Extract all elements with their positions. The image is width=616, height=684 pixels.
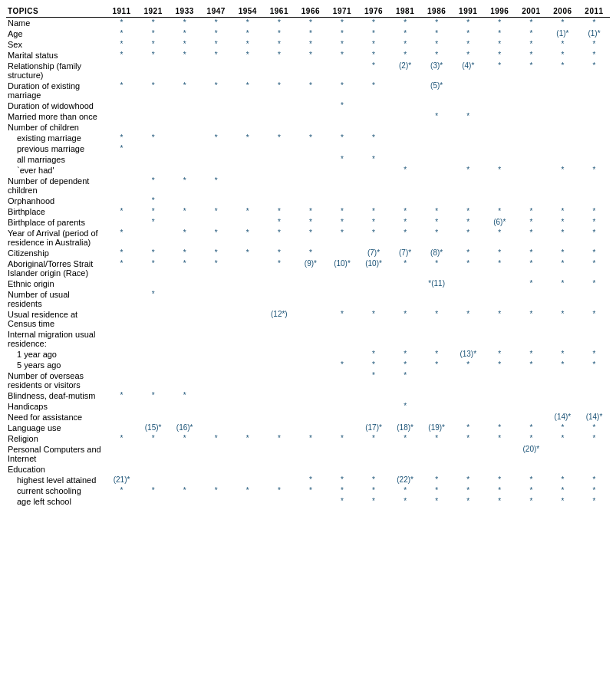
cell-2011: * xyxy=(578,61,610,81)
cell-value: * xyxy=(278,207,281,215)
cell-1976 xyxy=(358,412,390,423)
cell-2001: * xyxy=(516,475,547,485)
cell-1981: * xyxy=(390,370,421,390)
cell-value: * xyxy=(278,259,281,268)
cell-1966: * xyxy=(295,228,326,248)
table-row: Relationship (family structure)*(2)*(3)*… xyxy=(6,61,610,81)
topic-label: `ever had' xyxy=(6,165,106,176)
cell-1981 xyxy=(390,81,421,100)
cell-1911: * xyxy=(106,258,137,278)
cell-value: * xyxy=(183,259,186,268)
cell-1911: * xyxy=(106,206,137,217)
cell-1996 xyxy=(484,196,516,206)
cell-1986 xyxy=(421,390,453,401)
table-row: Married more than once** xyxy=(6,111,610,122)
cell-1996 xyxy=(484,464,516,475)
cell-1933 xyxy=(169,475,200,485)
cell-1981 xyxy=(390,133,421,143)
cell-2001 xyxy=(516,401,547,412)
cell-value: * xyxy=(593,229,596,237)
cell-value: * xyxy=(404,40,407,48)
cell-1976: * xyxy=(358,18,390,29)
topic-label: Number of dependent children xyxy=(6,176,106,196)
topic-label: 5 years ago xyxy=(6,360,106,370)
cell-value: (17)* xyxy=(365,423,382,432)
cell-value: * xyxy=(372,81,375,90)
cell-value: * xyxy=(404,229,407,237)
cell-1991 xyxy=(453,464,484,475)
cell-1976: (10)* xyxy=(358,258,390,278)
cell-2011: * xyxy=(578,248,610,258)
cell-value: (20)* xyxy=(523,445,540,453)
cell-1996 xyxy=(484,100,516,111)
cell-1971 xyxy=(326,349,357,360)
cell-1996: * xyxy=(484,485,516,496)
cell-1981: * xyxy=(390,349,421,360)
year-header-1947: 1947 xyxy=(200,6,232,18)
cell-value: * xyxy=(593,218,596,226)
main-container: TOPICS 1911 1921 1933 1947 1954 1961 196… xyxy=(6,6,610,507)
cell-1966: * xyxy=(295,28,326,39)
cell-value: * xyxy=(341,229,344,237)
cell-value: * xyxy=(152,51,155,59)
cell-value: * xyxy=(404,310,407,318)
cell-value: * xyxy=(498,248,501,257)
cell-1986 xyxy=(421,143,453,154)
cell-1933 xyxy=(169,349,200,360)
cell-1971 xyxy=(326,143,357,154)
cell-1971 xyxy=(326,401,357,412)
cell-1996 xyxy=(484,143,516,154)
cell-1961: * xyxy=(263,433,295,444)
cell-value: * xyxy=(498,259,501,268)
cell-2001: * xyxy=(516,28,547,39)
cell-value: * xyxy=(498,486,501,495)
cell-value: * xyxy=(341,18,344,27)
cell-1996: * xyxy=(484,349,516,360)
cell-2006 xyxy=(547,122,578,133)
cell-1954: * xyxy=(232,81,263,100)
cell-value: * xyxy=(435,207,438,215)
table-row: Marital status**************** xyxy=(6,50,610,61)
cell-value: * xyxy=(561,486,564,495)
cell-value: * xyxy=(246,18,249,27)
cell-value: (9)* xyxy=(305,259,317,268)
cell-1996 xyxy=(484,122,516,133)
cell-1954 xyxy=(232,370,263,390)
cell-1976 xyxy=(358,390,390,401)
cell-value: * xyxy=(435,475,438,484)
cell-value: * xyxy=(561,434,564,442)
year-header-2006: 2006 xyxy=(547,6,578,18)
cell-1921: (15)* xyxy=(137,423,169,433)
cell-1947 xyxy=(200,61,232,81)
cell-value: * xyxy=(529,279,532,288)
cell-1981: * xyxy=(390,206,421,217)
cell-1961 xyxy=(263,496,295,507)
cell-1947: * xyxy=(200,81,232,100)
cell-value: * xyxy=(404,207,407,215)
cell-value: * xyxy=(466,423,469,432)
cell-2011 xyxy=(578,111,610,122)
cell-2001: * xyxy=(516,485,547,496)
cell-1986: * xyxy=(421,475,453,485)
cell-2011: * xyxy=(578,423,610,433)
cell-1947 xyxy=(200,423,232,433)
cell-value: * xyxy=(435,486,438,495)
cell-1991 xyxy=(453,401,484,412)
cell-1976: * xyxy=(358,61,390,81)
cell-2011 xyxy=(578,464,610,475)
cell-2001 xyxy=(516,143,547,154)
cell-1981: * xyxy=(390,258,421,278)
table-row: Personal Computers and Internet(20)* xyxy=(6,444,610,464)
cell-value: * xyxy=(593,360,596,369)
cell-1933: * xyxy=(169,50,200,61)
cell-value: * xyxy=(372,155,375,163)
cell-1966 xyxy=(295,309,326,329)
cell-1954: * xyxy=(232,206,263,217)
cell-2001: * xyxy=(516,309,547,329)
cell-value: * xyxy=(404,371,407,380)
cell-1996: (6)* xyxy=(484,217,516,228)
cell-1986: * xyxy=(421,496,453,507)
cell-1991: (13)* xyxy=(453,349,484,360)
cell-2011: * xyxy=(578,496,610,507)
cell-1966 xyxy=(295,370,326,390)
